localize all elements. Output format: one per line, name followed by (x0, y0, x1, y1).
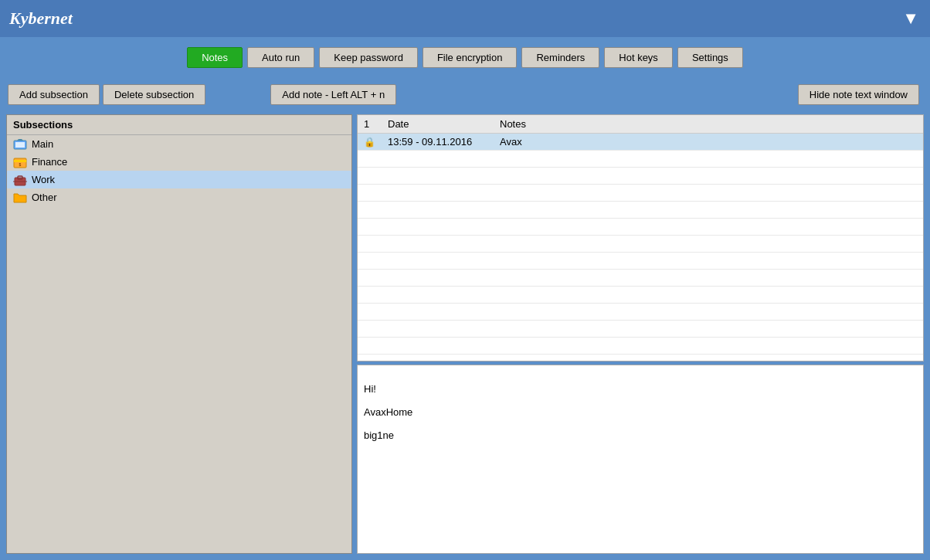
app-title: Kybernet (9, 8, 73, 29)
toolbar: Add subsection Delete subsection Add not… (0, 77, 930, 111)
folder-icon-main (13, 139, 27, 150)
nav-btn-keep-password[interactable]: Keep password (319, 47, 418, 68)
lock-icon: 🔒 (364, 137, 375, 148)
folder-icon-finance: $ (13, 157, 27, 168)
empty-row (358, 236, 923, 253)
notes-tbody: 🔒13:59 - 09.11.2016Avax (358, 134, 923, 362)
empty-row (358, 287, 923, 304)
right-panel: 1 Date Notes 🔒13:59 - 09.11.2016Avax Hi!… (357, 114, 924, 554)
row-note-text: Avax (494, 134, 923, 151)
folder-icon-other (13, 192, 27, 203)
header-bar: Kybernet ▼ (0, 0, 930, 37)
empty-row (358, 321, 923, 338)
empty-row (358, 253, 923, 270)
empty-row (358, 185, 923, 202)
table-header-row: 1 Date Notes (358, 115, 923, 134)
note-text-area[interactable]: Hi!AvaxHomebig1ne (357, 365, 924, 554)
empty-row (358, 304, 923, 321)
nav-btn-auto-run[interactable]: Auto run (247, 47, 314, 68)
col-num: 1 (358, 115, 382, 134)
main-content: Subsections Main$FinanceWorkOther 1 Date… (0, 111, 930, 560)
svg-marker-2 (17, 139, 23, 141)
add-subsection-button[interactable]: Add subsection (8, 84, 100, 105)
nav-btn-notes[interactable]: Notes (187, 47, 243, 68)
subsections-list: Main$FinanceWorkOther (7, 135, 351, 206)
table-row[interactable]: 🔒13:59 - 09.11.2016Avax (358, 134, 923, 151)
subsection-label-other: Other (32, 192, 57, 203)
empty-row (358, 355, 923, 362)
svg-text:$: $ (19, 162, 22, 167)
col-notes: Notes (494, 115, 923, 134)
empty-row (358, 168, 923, 185)
add-note-button[interactable]: Add note - Left ALT + n (270, 84, 396, 105)
subsections-header: Subsections (7, 115, 351, 135)
navbar: NotesAuto runKeep passwordFile encryptio… (0, 37, 930, 77)
header-arrow-icon: ▼ (902, 8, 919, 29)
empty-row (358, 202, 923, 219)
folder-icon-work (13, 175, 27, 185)
nav-btn-settings[interactable]: Settings (677, 47, 743, 68)
nav-btn-hot-keys[interactable]: Hot keys (604, 47, 673, 68)
notes-table-container: 1 Date Notes 🔒13:59 - 09.11.2016Avax (357, 114, 924, 361)
subsection-label-work: Work (32, 174, 55, 185)
subsection-item-main[interactable]: Main (7, 135, 351, 153)
svg-rect-1 (15, 142, 25, 148)
subsection-label-finance: Finance (32, 156, 67, 168)
nav-btn-reminders[interactable]: Reminders (521, 47, 599, 68)
note-text-content: Hi!AvaxHomebig1ne (364, 383, 412, 441)
subsection-item-work[interactable]: Work (7, 171, 351, 188)
notes-table: 1 Date Notes 🔒13:59 - 09.11.2016Avax (358, 115, 923, 361)
delete-subsection-button[interactable]: Delete subsection (103, 84, 205, 105)
empty-row (358, 151, 923, 168)
subsection-item-finance[interactable]: $Finance (7, 153, 351, 171)
row-date: 13:59 - 09.11.2016 (382, 134, 494, 151)
nav-btn-file-encryption[interactable]: File encryption (423, 47, 518, 68)
row-number: 🔒 (358, 134, 382, 151)
subsection-item-other[interactable]: Other (7, 188, 351, 206)
empty-row (358, 270, 923, 287)
col-date: Date (382, 115, 494, 134)
empty-row (358, 219, 923, 236)
subsection-label-main: Main (32, 138, 53, 150)
hide-note-button[interactable]: Hide note text window (798, 84, 919, 105)
empty-row (358, 338, 923, 355)
subsections-panel: Subsections Main$FinanceWorkOther (6, 114, 352, 554)
